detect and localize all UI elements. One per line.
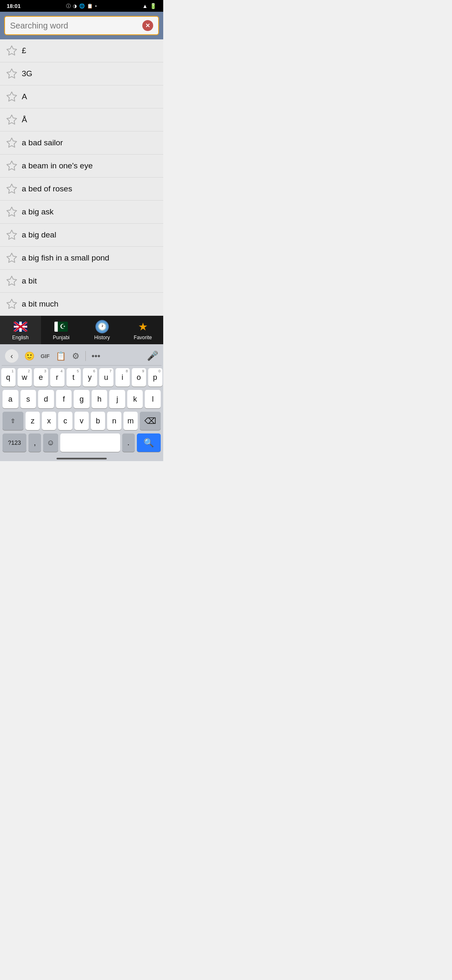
word-text: A [22, 92, 27, 101]
key-l[interactable]: l [145, 390, 161, 408]
star-icon[interactable] [6, 68, 18, 80]
star-icon[interactable] [6, 45, 18, 57]
svg-marker-8 [7, 230, 16, 239]
key-m[interactable]: m [123, 412, 138, 430]
emoji-keyboard-icon[interactable]: 🙂 [24, 351, 35, 361]
list-item[interactable]: a big fish in a small pond [0, 247, 163, 270]
svg-marker-9 [7, 253, 16, 262]
star-icon[interactable] [6, 229, 18, 241]
star-icon[interactable] [6, 160, 18, 172]
key-p[interactable]: 0p [148, 368, 162, 387]
word-text: Å [22, 115, 27, 124]
key-u[interactable]: 7u [99, 368, 113, 387]
microphone-icon[interactable]: 🎤 [147, 351, 158, 361]
key-f[interactable]: f [56, 390, 72, 408]
word-text: a big deal [22, 230, 56, 240]
key-o[interactable]: 9o [132, 368, 146, 387]
list-item[interactable]: £ [0, 39, 163, 62]
settings-icon[interactable]: ⚙ [72, 351, 80, 361]
word-text: 3G [22, 69, 32, 78]
list-item[interactable]: 3G [0, 62, 163, 85]
key-z[interactable]: z [26, 412, 40, 430]
key-c[interactable]: c [58, 412, 72, 430]
clipboard-icon: 📋 [87, 3, 93, 9]
backspace-key[interactable]: ⌫ [140, 412, 161, 430]
key-v[interactable]: v [74, 412, 89, 430]
list-item[interactable]: a big ask [0, 201, 163, 224]
key-t[interactable]: 5t [67, 368, 81, 387]
star-icon[interactable] [6, 183, 18, 195]
emoji-key[interactable]: ☺ [43, 433, 58, 452]
tab-punjabi[interactable]: ☪ Punjabi [41, 316, 82, 344]
gif-button[interactable]: GIF [41, 353, 50, 359]
key-d[interactable]: d [38, 390, 54, 408]
word-text: £ [22, 46, 26, 55]
tab-history-label: History [94, 335, 110, 340]
key-n[interactable]: n [107, 412, 121, 430]
key-k[interactable]: k [127, 390, 143, 408]
list-item[interactable]: a bed of roses [0, 178, 163, 201]
star-icon[interactable] [6, 91, 18, 103]
key-x[interactable]: x [42, 412, 56, 430]
key-q[interactable]: 1q [1, 368, 15, 387]
word-text: a bit much [22, 299, 59, 309]
star-icon[interactable] [6, 298, 18, 310]
tab-history[interactable]: 🕐 History [82, 316, 123, 344]
star-icon[interactable] [6, 114, 18, 126]
star-icon[interactable] [6, 275, 18, 287]
search-bar [4, 16, 159, 35]
svg-marker-11 [7, 299, 16, 308]
key-g[interactable]: g [74, 390, 90, 408]
circle-half-icon: ◑ [73, 3, 77, 9]
key-s[interactable]: s [21, 390, 36, 408]
list-item[interactable]: a big deal [0, 224, 163, 247]
search-key[interactable]: 🔍 [137, 433, 161, 452]
word-text: a big ask [22, 207, 54, 217]
list-item[interactable]: a beam in one's eye [0, 155, 163, 178]
tab-favorite[interactable]: ★ Favorite [123, 316, 164, 344]
svg-marker-7 [7, 207, 16, 216]
key-e[interactable]: 3e [34, 368, 48, 387]
more-options-icon[interactable]: ••• [92, 351, 100, 361]
list-item[interactable]: a bit much [0, 293, 163, 316]
list-item[interactable]: a bit [0, 270, 163, 293]
key-i[interactable]: 8i [116, 368, 130, 387]
svg-marker-3 [7, 115, 16, 124]
search-clear-button[interactable] [142, 20, 153, 31]
history-clock-icon: 🕐 [95, 320, 109, 333]
word-text: a big fish in a small pond [22, 253, 109, 263]
key-h[interactable]: h [92, 390, 108, 408]
key-y[interactable]: 6y [83, 368, 97, 387]
space-key[interactable] [60, 433, 120, 452]
keyboard-bottom [2, 454, 162, 461]
shift-key[interactable]: ⇧ [3, 412, 23, 430]
key-r[interactable]: 4r [50, 368, 64, 387]
list-item[interactable]: a bad sailor [0, 132, 163, 155]
tab-english-label: English [12, 335, 28, 340]
list-item[interactable]: Å [0, 108, 163, 132]
tab-english[interactable]: English [0, 316, 41, 344]
key-row-3: ⇧ z x c v b n m ⌫ [3, 412, 161, 430]
period-key[interactable]: . [122, 433, 135, 452]
numbers-key[interactable]: ?123 [3, 433, 26, 452]
word-text: a bit [22, 276, 37, 286]
key-b[interactable]: b [91, 412, 105, 430]
home-indicator [56, 458, 107, 459]
search-input[interactable] [10, 21, 139, 31]
punjabi-flag-icon: ☪ [54, 320, 68, 333]
svg-marker-10 [7, 276, 16, 285]
word-text: a beam in one's eye [22, 161, 92, 170]
comma-key[interactable]: , [28, 433, 41, 452]
key-w[interactable]: 2w [18, 368, 32, 387]
list-item[interactable]: A [0, 85, 163, 108]
keyboard-back-button[interactable]: ‹ [5, 349, 18, 363]
key-j[interactable]: j [109, 390, 125, 408]
dot-icon: • [95, 3, 97, 8]
keyboard-toolbar: ‹ 🙂 GIF 📋 ⚙ ••• 🎤 [2, 347, 162, 366]
star-icon[interactable] [6, 137, 18, 149]
star-icon[interactable] [6, 206, 18, 218]
clipboard-toolbar-icon[interactable]: 📋 [56, 351, 66, 361]
star-icon[interactable] [6, 252, 18, 264]
keyboard-rows: 1q 2w 3e 4r 5t 6y 7u 8i 9o 0p a s d f g … [2, 366, 162, 454]
key-a[interactable]: a [3, 390, 18, 408]
